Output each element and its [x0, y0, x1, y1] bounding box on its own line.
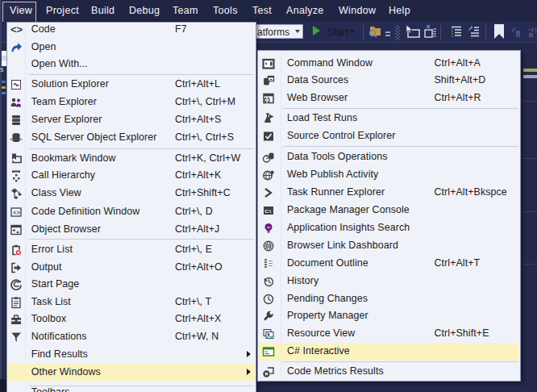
svg-text:<: <: [10, 136, 14, 143]
svg-text:C:\: C:\: [264, 208, 271, 213]
svg-text:<>: <>: [13, 209, 20, 216]
svg-text:<>: <>: [10, 23, 23, 35]
svg-text:>: >: [19, 136, 23, 143]
